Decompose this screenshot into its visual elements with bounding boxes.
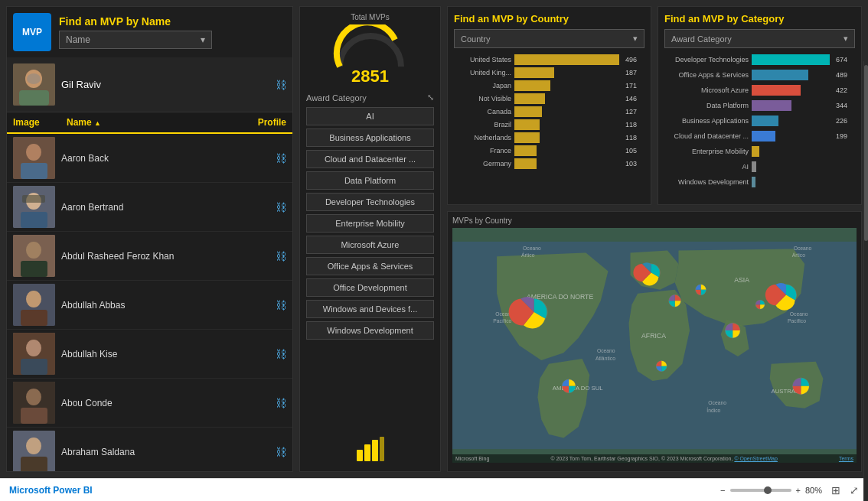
category-button-windows-devices[interactable]: Windows and Devices f... bbox=[306, 300, 434, 318]
svg-text:Pacífico: Pacífico bbox=[788, 318, 806, 324]
bar-row: France 105 bbox=[454, 145, 644, 156]
person-avatar bbox=[13, 431, 55, 471]
person-avatar bbox=[13, 284, 55, 326]
category-button-windows-development[interactable]: Windows Development bbox=[306, 321, 434, 340]
cat-bar-row: Windows Development bbox=[664, 177, 855, 187]
category-button-microsoft-azure[interactable]: Microsoft Azure bbox=[306, 236, 434, 254]
category-button-developer-technologies[interactable]: Developer Technologies bbox=[306, 193, 434, 211]
svg-text:Oceano: Oceano bbox=[794, 246, 812, 251]
category-button-office-development[interactable]: Office Development bbox=[306, 278, 434, 297]
bar-row: Netherlands 118 bbox=[454, 132, 644, 143]
award-category-dropdown-chevron-icon: ▾ bbox=[844, 34, 848, 44]
person-link-icon[interactable]: ⛓ bbox=[276, 397, 286, 409]
svg-text:Oceano: Oceano bbox=[790, 311, 808, 317]
scrollbar-thumb[interactable] bbox=[864, 65, 868, 241]
person-link-icon[interactable]: ⛓ bbox=[276, 348, 286, 360]
award-category-expand-icon[interactable]: ⤡ bbox=[427, 93, 434, 102]
award-category-title: Award Category bbox=[306, 93, 367, 102]
fullscreen-icon[interactable]: ⤢ bbox=[850, 484, 859, 496]
category-button-enterprise-mobility[interactable]: Enterprise Mobility bbox=[306, 214, 434, 233]
country-dropdown-chevron-icon: ▾ bbox=[633, 34, 638, 44]
person-name: Abdullah Kise bbox=[61, 349, 269, 359]
svg-point-21 bbox=[26, 389, 41, 405]
table-header: Image Name ▲ Profile bbox=[7, 112, 292, 134]
cat-bar-row: Office Apps & Services 489 bbox=[664, 70, 855, 80]
category-button-cloud[interactable]: Cloud and Datacenter ... bbox=[306, 150, 434, 168]
svg-text:Ártico: Ártico bbox=[792, 252, 806, 258]
person-name: Abraham Saldana bbox=[61, 447, 269, 457]
gauge-section: Total MVPs 2851 bbox=[306, 13, 434, 86]
svg-rect-27 bbox=[364, 444, 370, 461]
zoom-level: 80% bbox=[805, 486, 822, 495]
list-item[interactable]: Abdullah Kise ⛓ bbox=[7, 330, 292, 379]
featured-avatar bbox=[13, 63, 55, 106]
category-button-data-platform[interactable]: Data Platform bbox=[306, 171, 434, 190]
zoom-plus-icon[interactable]: + bbox=[796, 486, 801, 495]
list-item[interactable]: Abdullah Abbas ⛓ bbox=[7, 281, 292, 330]
person-name: Abdul Rasheed Feroz Khan bbox=[61, 251, 269, 262]
category-bar-panel-title: Find an MVP by Category bbox=[664, 13, 855, 24]
zoom-thumb[interactable] bbox=[764, 486, 772, 494]
cat-bar-row: AI bbox=[664, 161, 855, 172]
person-link-icon[interactable]: ⛓ bbox=[276, 250, 286, 262]
bar-row: United King... 187 bbox=[454, 67, 644, 78]
svg-text:Oceano: Oceano bbox=[708, 400, 726, 405]
powerbi-link[interactable]: Microsoft Power BI bbox=[9, 485, 93, 496]
person-avatar bbox=[13, 382, 55, 424]
person-avatar bbox=[13, 186, 55, 228]
svg-text:Oceano: Oceano bbox=[523, 246, 541, 251]
featured-person-name: Gil Raviv bbox=[61, 79, 101, 90]
category-bar-panel: Find an MVP by Category Award Category ▾… bbox=[658, 6, 862, 205]
gauge-value: 2851 bbox=[351, 67, 389, 86]
list-item[interactable]: Abdul Rasheed Feroz Khan ⛓ bbox=[7, 232, 292, 281]
bar-row: Not Visible 146 bbox=[454, 93, 644, 104]
zoom-track bbox=[730, 489, 791, 492]
svg-rect-28 bbox=[372, 440, 378, 461]
find-by-name-section: Find an MVP by Name Name ▾ bbox=[59, 15, 212, 49]
svg-text:Pacífico: Pacífico bbox=[493, 318, 511, 324]
country-panel: Find an MVP by Country Country ▾ United … bbox=[447, 6, 651, 205]
list-item[interactable]: Abou Conde ⛓ bbox=[7, 379, 292, 428]
svg-point-3 bbox=[27, 73, 41, 84]
award-category-header: Award Category ⤡ bbox=[306, 93, 434, 102]
map-title: MVPs by Country bbox=[452, 216, 857, 225]
person-link-icon[interactable]: ⛓ bbox=[276, 152, 286, 164]
list-item[interactable]: Aaron Back ⛓ bbox=[7, 134, 292, 183]
svg-point-15 bbox=[26, 291, 41, 307]
person-link-icon[interactable]: ⛓ bbox=[276, 201, 286, 213]
person-link-icon[interactable]: ⛓ bbox=[276, 446, 286, 458]
powerbi-logo-middle bbox=[306, 431, 434, 465]
category-button-office-apps[interactable]: Office Apps & Services bbox=[306, 257, 434, 275]
svg-text:Índico: Índico bbox=[706, 407, 720, 413]
col-name-header: Name ▲ bbox=[67, 117, 248, 128]
person-name: Aaron Bertrand bbox=[61, 202, 269, 213]
category-button-ai[interactable]: AI bbox=[306, 107, 434, 125]
zoom-control: − + 80% bbox=[720, 486, 822, 495]
svg-point-18 bbox=[26, 340, 41, 356]
award-category-dropdown[interactable]: Award Category ▾ bbox=[664, 29, 855, 48]
terms-link[interactable]: Terms bbox=[839, 456, 853, 461]
svg-rect-25 bbox=[21, 457, 47, 471]
openstreetmap-link[interactable]: © OpenStreetMap bbox=[734, 456, 778, 461]
country-dropdown[interactable]: Country ▾ bbox=[454, 29, 644, 48]
scrollbar-track bbox=[863, 61, 868, 478]
name-dropdown[interactable]: Name ▾ bbox=[59, 31, 212, 49]
map-background: AMERICA DO NORTE Oceano Pacífico AMÉRICA… bbox=[452, 228, 857, 463]
svg-rect-16 bbox=[21, 310, 47, 326]
svg-text:Ártico: Ártico bbox=[521, 252, 535, 258]
person-link-icon[interactable]: ⛓ bbox=[276, 299, 286, 311]
country-panel-title: Find an MVP by Country bbox=[454, 13, 644, 24]
map-panel: MVPs by Country bbox=[447, 211, 862, 472]
dropdown-chevron-icon: ▾ bbox=[201, 34, 205, 45]
person-name: Abdullah Abbas bbox=[61, 300, 269, 311]
person-name: Aaron Back bbox=[61, 153, 269, 164]
person-avatar bbox=[13, 235, 55, 277]
zoom-minus-icon[interactable]: − bbox=[720, 486, 725, 495]
sort-arrow-icon: ▲ bbox=[94, 119, 101, 127]
svg-rect-22 bbox=[21, 408, 47, 424]
list-item[interactable]: Abraham Saldana ⛓ bbox=[7, 428, 292, 471]
list-item[interactable]: Aaron Bertrand ⛓ bbox=[7, 183, 292, 232]
category-button-business-applications[interactable]: Business Applications bbox=[306, 129, 434, 147]
featured-link-icon[interactable]: ⛓ bbox=[276, 79, 286, 91]
fit-page-icon[interactable]: ⊞ bbox=[831, 484, 840, 496]
